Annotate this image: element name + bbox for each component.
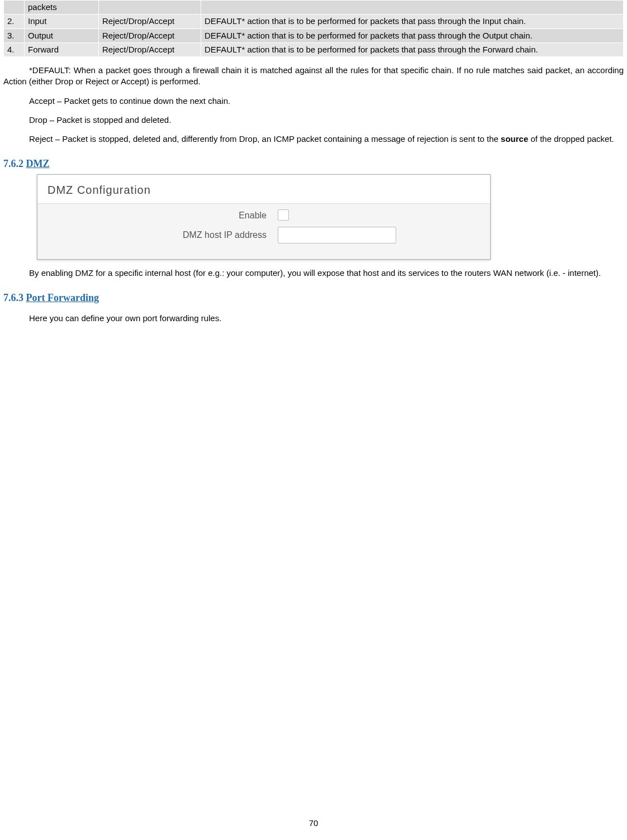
row-desc: DEFAULT* action that is to be performed … — [201, 15, 624, 28]
dmz-enable-checkbox[interactable] — [278, 209, 289, 221]
row-desc: DEFAULT* action that is to be performed … — [201, 42, 624, 56]
section-portfwd-heading: 7.6.3 Port Forwarding — [3, 291, 624, 304]
reject-bold: source — [501, 134, 528, 144]
drop-desc: Drop – Packet is stopped and deleted. — [3, 114, 624, 126]
row-name: Output — [25, 28, 99, 42]
row-value: Reject/Drop/Accept — [99, 42, 201, 56]
section-title: Port Forwarding — [26, 292, 99, 303]
table-row: packets — [4, 1, 624, 15]
reject-part2: of the dropped packet. — [528, 134, 614, 144]
row-num — [4, 1, 25, 15]
reject-part1: Reject – Packet is stopped, deleted and,… — [29, 134, 501, 144]
dmz-description: By enabling DMZ for a specific internal … — [3, 268, 624, 279]
reject-desc: Reject – Packet is stopped, deleted and,… — [3, 133, 624, 145]
row-name: Forward — [25, 42, 99, 56]
dmz-ip-input[interactable] — [278, 227, 396, 244]
table-row: 2. Input Reject/Drop/Accept DEFAULT* act… — [4, 15, 624, 28]
dmz-enable-label: Enable — [37, 209, 278, 222]
row-desc: DEFAULT* action that is to be performed … — [201, 28, 624, 42]
row-value — [99, 1, 201, 15]
row-name: packets — [25, 1, 99, 15]
default-note: *DEFAULT: When a packet goes through a f… — [3, 65, 624, 88]
table-row: 4. Forward Reject/Drop/Accept DEFAULT* a… — [4, 42, 624, 56]
row-num: 3. — [4, 28, 25, 42]
accept-desc: Accept – Packet gets to continue down th… — [3, 96, 624, 107]
dmz-ip-row: DMZ host IP address — [37, 221, 490, 244]
dmz-ip-label: DMZ host IP address — [37, 229, 278, 241]
row-value: Reject/Drop/Accept — [99, 15, 201, 28]
table-row: 3. Output Reject/Drop/Accept DEFAULT* ac… — [4, 28, 624, 42]
section-dmz-heading: 7.6.2 DMZ — [3, 157, 624, 170]
row-num: 2. — [4, 15, 25, 28]
row-value: Reject/Drop/Accept — [99, 28, 201, 42]
row-name: Input — [25, 15, 99, 28]
row-desc — [201, 1, 624, 15]
portfwd-description: Here you can define your own port forwar… — [3, 313, 624, 324]
dmz-enable-row: Enable — [37, 204, 490, 222]
dmz-config-panel: DMZ Configuration Enable DMZ host IP add… — [37, 174, 491, 260]
section-title: DMZ — [26, 158, 50, 169]
section-num: 7.6.3 — [3, 292, 23, 303]
row-num: 4. — [4, 42, 25, 56]
settings-table: packets 2. Input Reject/Drop/Accept DEFA… — [3, 0, 624, 57]
dmz-panel-title: DMZ Configuration — [37, 175, 490, 204]
section-num: 7.6.2 — [3, 158, 23, 169]
